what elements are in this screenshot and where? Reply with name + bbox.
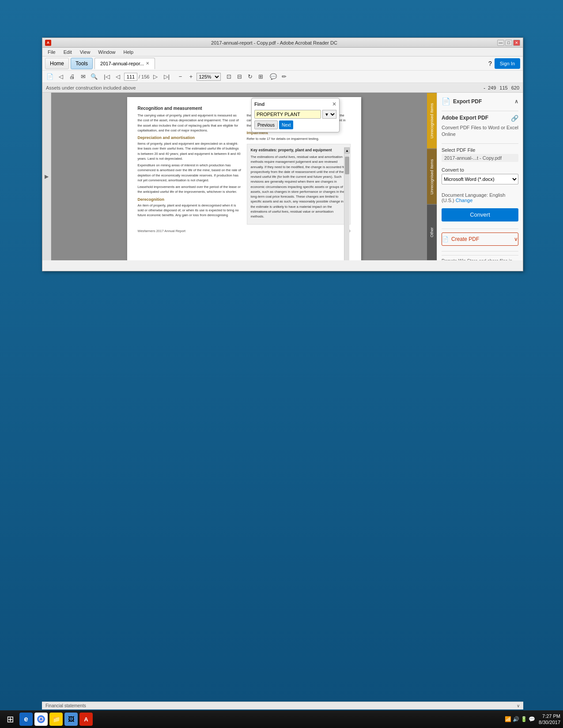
tab-area: 2017-annual-repor... ✕ — [94, 58, 487, 69]
vtab-unrecognised[interactable]: Unrecognised Items — [427, 93, 437, 149]
first-page-icon[interactable]: |◁ — [102, 72, 112, 82]
taskbar-ie-icon[interactable]: e — [19, 713, 33, 726]
status-scroll-down[interactable]: ∨ — [517, 703, 520, 708]
panel-divider-3 — [442, 229, 518, 229]
pdf-body-2: Items of property, plant and equipment a… — [138, 141, 242, 161]
left-arrow-icon[interactable]: ▶ — [45, 173, 49, 180]
help-icon[interactable]: ? — [488, 60, 492, 67]
acrobat-window: A 2017-annual-report - Copy.pdf - Adobe … — [42, 38, 523, 271]
convert-button[interactable]: Convert — [442, 208, 518, 221]
taskbar: ⊞ e 📁 🖼 A 📶 🔊 🔋 💬 — [0, 710, 563, 728]
fit-width-icon[interactable]: ⊡ — [224, 72, 234, 82]
prev-page-icon[interactable]: ◁ — [113, 72, 123, 82]
signature-icon[interactable]: ✏ — [279, 72, 289, 82]
home-button[interactable]: Home — [45, 58, 69, 69]
email-icon[interactable]: ✉ — [78, 72, 88, 82]
convert-to-section: Convert to Microsoft Word (*.docx) — [442, 167, 518, 187]
select-file-label: Select PDF File — [442, 147, 518, 153]
pdf-body-right-2: Refer to note 17 for details on impairme… — [247, 136, 351, 141]
minimize-button[interactable]: — — [497, 40, 504, 46]
menu-edit[interactable]: Edit — [60, 49, 76, 56]
menu-view[interactable]: View — [76, 49, 94, 56]
vtab-other[interactable]: Other — [427, 204, 437, 260]
pdf-section-depreciation: Depreciation and amortisation — [138, 135, 242, 140]
status-financial: Financial statements — [45, 703, 86, 708]
toolbar-row2: 📄 ◁ 🖨 ✉ 🔍 |◁ ◁ / 156 ▷ ▷| − + 125% 100% … — [42, 71, 523, 83]
marquee-zoom-icon[interactable]: ⊞ — [256, 72, 265, 82]
pdf-footer-company: Wesfarmers 2017 Annual Report — [138, 229, 186, 233]
find-previous-button[interactable]: Previous — [254, 120, 278, 129]
export-pdf-icon: 📄 — [442, 97, 450, 105]
status-bar: Financial statements ∨ — [42, 702, 523, 709]
toolbar-row1: Home Tools 2017-annual-repor... ✕ ? Sign… — [42, 56, 523, 71]
adobe-export-link-icon[interactable]: 🔗 — [511, 115, 518, 122]
maximize-button[interactable]: □ — [505, 40, 512, 46]
nav-label: Assets under construction included above — [46, 85, 136, 90]
taskbar-explorer-icon[interactable]: 📁 — [49, 713, 63, 726]
find-bar-title: Find — [254, 101, 264, 107]
export-pdf-section: 📄 Export PDF ∧ — [442, 97, 518, 105]
vtab-unrecognised2[interactable]: Unrecognised Items — [427, 149, 437, 205]
page-total-label: / 156 — [139, 74, 149, 79]
taskbar-date-value: 8/30/2017 — [539, 719, 560, 725]
sign-in-button[interactable]: Sign In — [495, 58, 520, 69]
taskbar-adobe-icon[interactable]: A — [79, 713, 93, 726]
adobe-export-desc: Convert PDF Files to Word or Excel Onlin… — [442, 124, 518, 138]
find-next-button[interactable]: Next — [279, 120, 294, 129]
menu-window[interactable]: Window — [94, 49, 119, 56]
page-number-input[interactable] — [124, 73, 137, 81]
convert-format-dropdown[interactable]: Microsoft Word (*.docx) — [442, 174, 518, 184]
change-lang-link[interactable]: Change — [456, 198, 473, 203]
menu-help[interactable]: Help — [120, 49, 137, 56]
pdf-tab[interactable]: 2017-annual-repor... ✕ — [94, 58, 155, 69]
doc-lang-text: Document Language: English (U.S.) Change — [442, 192, 518, 203]
select-pdf-section: Select PDF File 2017-annual-...t - Copy.… — [442, 147, 518, 162]
next-page-icon[interactable]: ▷ — [151, 72, 160, 82]
start-button[interactable]: ⊞ — [3, 712, 18, 726]
search-icon[interactable]: 🔍 — [89, 72, 99, 82]
convert-to-label: Convert to — [442, 167, 518, 173]
taskbar-photos-icon[interactable]: 🖼 — [64, 713, 78, 726]
previous-page-icon[interactable]: ◁ — [56, 72, 66, 82]
scroll-up-button[interactable]: ▲ — [344, 147, 350, 154]
create-pdf-button[interactable]: 📄 Create PDF ∨ — [442, 233, 518, 246]
create-pdf-icon: 📄 — [442, 236, 449, 242]
new-document-icon[interactable]: 📄 — [45, 72, 55, 82]
tab-close-icon[interactable]: ✕ — [146, 61, 149, 66]
find-buttons: Previous Next — [254, 120, 336, 129]
find-options-dropdown[interactable]: ▼ — [322, 110, 336, 119]
pdf-area: Find ✕ ▼ Previous Next — [51, 93, 437, 260]
scroll-thumb[interactable] — [345, 157, 349, 174]
create-pdf-chevron: ∨ — [514, 236, 518, 242]
nav-num-3: 620 — [511, 85, 519, 90]
key-estimates-box: Key estimates: property, plant and equip… — [247, 144, 351, 225]
rotate-icon[interactable]: ↻ — [245, 72, 255, 82]
close-button[interactable]: ✕ — [513, 40, 520, 46]
zoom-out-icon[interactable]: − — [175, 72, 185, 82]
menu-bar: File Edit View Window Help — [42, 48, 523, 56]
panel-divider-1 — [442, 111, 518, 111]
pdf-body-1: The carrying value of property, plant an… — [138, 113, 242, 133]
last-page-icon[interactable]: ▷| — [162, 72, 171, 82]
tools-button[interactable]: Tools — [71, 58, 93, 69]
key-estimates-body: The estimations of useful lives, residua… — [251, 154, 347, 219]
panel-divider-2 — [442, 143, 518, 144]
zoom-select[interactable]: 125% 100% 75% 150% — [196, 73, 221, 81]
create-pdf-section: 📄 Create PDF ∨ — [442, 233, 518, 246]
taskbar-battery-icon: 🔋 — [521, 716, 527, 722]
find-input[interactable] — [254, 110, 321, 119]
nav-num-2: 115 — [499, 85, 507, 90]
comment-icon[interactable]: 💬 — [268, 72, 278, 82]
find-close-icon[interactable]: ✕ — [332, 101, 336, 107]
fit-page-icon[interactable]: ⊟ — [234, 72, 244, 82]
doc-lang-label: Document Language: — [442, 192, 488, 198]
print-icon[interactable]: 🖨 — [67, 72, 77, 82]
nav-num-1: 249 — [488, 85, 496, 90]
promo-text: Remote Win Store and share files in the … — [442, 258, 518, 260]
pdf-footer: Wesfarmers 2017 Annual Report 100 — [138, 229, 351, 233]
zoom-in-icon[interactable]: + — [186, 72, 196, 82]
taskbar-chrome-icon[interactable] — [34, 713, 48, 726]
taskbar-time-value: 7:27 PM — [539, 713, 560, 719]
menu-file[interactable]: File — [44, 49, 59, 56]
panel-collapse-icon[interactable]: ∧ — [514, 98, 518, 105]
